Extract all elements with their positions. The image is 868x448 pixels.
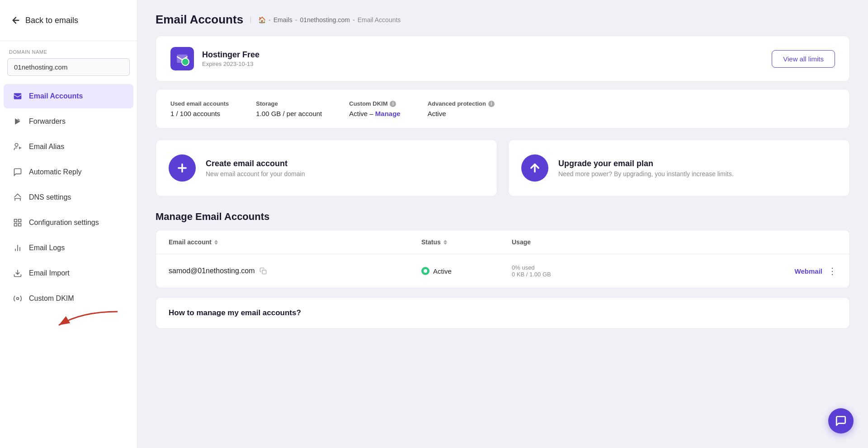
sidebar: Back to emails Domain Name Email Account… — [0, 0, 137, 448]
stat-custom-dkim: Custom DKIM i Active – Manage — [349, 100, 400, 117]
back-to-emails-button[interactable]: Back to emails — [0, 0, 137, 41]
breadcrumb-domain[interactable]: 01nethosting.com — [300, 16, 350, 23]
sidebar-item-email-logs[interactable]: Email Logs — [4, 236, 133, 260]
plan-card: Hostinger Free Expires 2023-10-13 View a… — [156, 36, 850, 82]
email-import-icon — [13, 268, 23, 278]
svg-rect-14 — [177, 55, 187, 63]
sidebar-item-label: Forwarders — [29, 117, 66, 126]
sidebar-item-label: Email Alias — [29, 143, 64, 151]
view-all-limits-button[interactable]: View all limits — [772, 50, 835, 68]
status-label: Active — [433, 267, 452, 275]
custom-dkim-value: Active – Manage — [349, 110, 400, 117]
usage-percent: 0% used — [512, 264, 764, 271]
webmail-link[interactable]: Webmail — [795, 267, 822, 275]
custom-dkim-manage-link[interactable]: Manage — [375, 110, 401, 117]
sidebar-item-label: Email Logs — [29, 244, 65, 252]
svg-point-3 — [15, 144, 18, 147]
breadcrumb: 🏠 - Emails - 01nethosting.com - Email Ac… — [250, 16, 401, 23]
sidebar-nav: Email Accounts Forwarders Email Alias Au… — [0, 83, 137, 312]
sidebar-item-email-alias[interactable]: Email Alias — [4, 135, 133, 159]
svg-point-19 — [424, 269, 427, 273]
email-sort-icon[interactable] — [214, 240, 218, 245]
action-cards: Create email account New email account f… — [156, 140, 850, 196]
table-row: samod@01nethosting.com Active 0% used 0 … — [156, 254, 849, 288]
stat-used-accounts: Used email accounts 1 / 100 accounts — [170, 100, 229, 117]
main-content: Email Accounts 🏠 - Emails - 01nethosting… — [137, 0, 868, 448]
sidebar-item-forwarders[interactable]: Forwarders — [4, 109, 133, 134]
status-sort-icon[interactable] — [443, 240, 447, 245]
svg-rect-6 — [14, 224, 17, 226]
sidebar-item-dns-settings[interactable]: DNS settings — [4, 185, 133, 210]
sidebar-item-automatic-reply[interactable]: Automatic Reply — [4, 160, 133, 184]
sidebar-item-label: Configuration settings — [29, 219, 99, 227]
more-options-button[interactable]: ⋮ — [828, 266, 837, 276]
custom-dkim-info-icon[interactable]: i — [390, 101, 396, 107]
svg-rect-18 — [262, 270, 266, 274]
used-accounts-label: Used email accounts — [170, 100, 229, 107]
col-status-header: Status — [421, 238, 512, 246]
sidebar-item-label: Custom DKIM — [29, 294, 74, 303]
email-accounts-icon — [13, 91, 23, 101]
email-alias-icon — [13, 142, 23, 152]
storage-value: 1.00 GB / per account — [256, 110, 322, 117]
col-usage-header: Usage — [512, 238, 764, 246]
breadcrumb-sep1: - — [269, 16, 271, 23]
sidebar-item-configuration-settings[interactable]: Configuration settings — [4, 210, 133, 235]
plan-expiry: Expires 2023-10-13 — [202, 61, 259, 67]
sidebar-item-email-accounts[interactable]: Email Accounts — [4, 84, 133, 108]
chat-bubble-button[interactable] — [828, 408, 854, 434]
sidebar-item-label: Email Import — [29, 269, 70, 277]
sidebar-item-label: Automatic Reply — [29, 168, 82, 176]
usage-detail: 0 KB / 1.00 GB — [512, 271, 764, 278]
sidebar-item-label: Email Accounts — [29, 92, 83, 100]
email-accounts-table: Email account Status Usage — [156, 230, 850, 288]
domain-name-label: Domain Name — [0, 41, 137, 56]
copy-email-button[interactable] — [259, 267, 267, 275]
sidebar-item-label: DNS settings — [29, 193, 71, 201]
plan-icon — [170, 47, 194, 70]
advanced-protection-label: Advanced protection i — [428, 100, 495, 107]
create-email-account-card[interactable]: Create email account New email account f… — [156, 140, 497, 196]
create-account-desc: New email account for your domain — [206, 170, 305, 177]
plan-name: Hostinger Free — [202, 50, 259, 60]
forwarders-icon — [13, 117, 23, 126]
col-email-header: Email account — [169, 238, 421, 246]
back-button-label: Back to emails — [25, 16, 78, 25]
upgrade-plan-desc: Need more power? By upgrading, you insta… — [558, 170, 734, 177]
svg-rect-5 — [19, 219, 21, 222]
svg-rect-4 — [14, 219, 17, 222]
domain-input[interactable] — [7, 58, 130, 76]
breadcrumb-current: Email Accounts — [358, 16, 401, 23]
email-logs-icon — [13, 243, 23, 253]
stats-card: Used email accounts 1 / 100 accounts Sto… — [156, 89, 850, 129]
row-actions: Webmail ⋮ — [764, 266, 837, 276]
page-title: Email Accounts — [156, 13, 243, 27]
breadcrumb-sep3: - — [353, 16, 355, 23]
upgrade-email-plan-card[interactable]: Upgrade your email plan Need more power?… — [508, 140, 850, 196]
upgrade-plan-text: Upgrade your email plan Need more power?… — [558, 159, 734, 177]
create-account-icon — [169, 154, 196, 182]
email-cell: samod@01nethosting.com — [169, 267, 421, 275]
storage-label: Storage — [256, 100, 322, 107]
upgrade-plan-icon — [521, 154, 548, 182]
configuration-settings-icon — [13, 218, 23, 228]
status-active-dot — [421, 267, 429, 275]
custom-dkim-label: Custom DKIM i — [349, 100, 400, 107]
plan-details: Hostinger Free Expires 2023-10-13 — [202, 50, 259, 67]
create-account-text: Create email account New email account f… — [206, 159, 305, 177]
sidebar-item-email-import[interactable]: Email Import — [4, 261, 133, 285]
content-area: Hostinger Free Expires 2023-10-13 View a… — [137, 36, 868, 347]
status-cell: Active — [421, 267, 512, 275]
email-address: samod@01nethosting.com — [169, 267, 255, 275]
used-accounts-value: 1 / 100 accounts — [170, 110, 229, 117]
advanced-protection-info-icon[interactable]: i — [488, 101, 495, 107]
automatic-reply-icon — [13, 167, 23, 177]
breadcrumb-emails[interactable]: Emails — [274, 16, 292, 23]
how-to-card[interactable]: How to manage my email accounts? — [156, 297, 850, 329]
page-header: Email Accounts 🏠 - Emails - 01nethosting… — [137, 0, 868, 36]
upgrade-plan-title: Upgrade your email plan — [558, 159, 734, 168]
stat-storage: Storage 1.00 GB / per account — [256, 100, 322, 117]
custom-dkim-icon — [13, 294, 23, 303]
manage-email-accounts-title: Manage Email Accounts — [156, 211, 850, 223]
sidebar-item-custom-dkim[interactable]: Custom DKIM — [4, 286, 133, 311]
